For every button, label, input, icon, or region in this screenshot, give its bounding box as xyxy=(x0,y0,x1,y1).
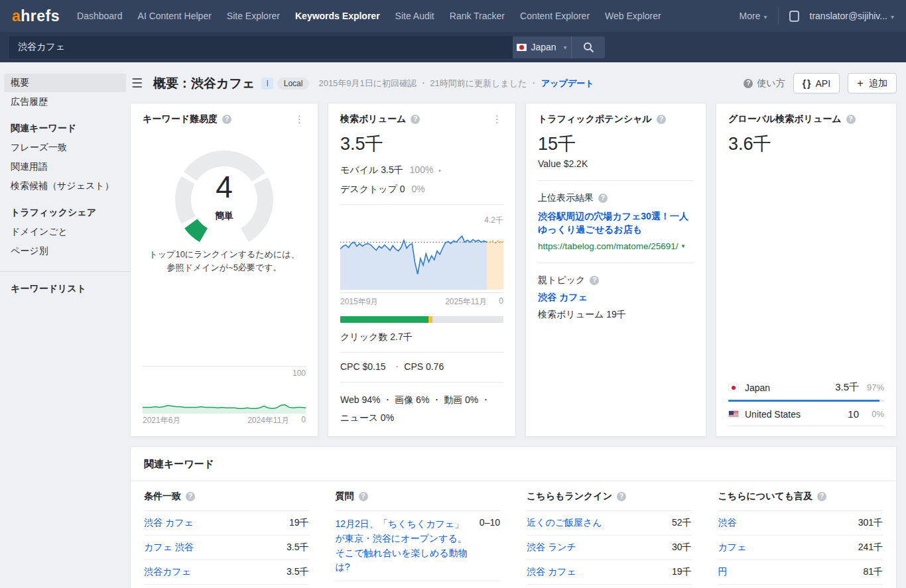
help-icon[interactable]: ? xyxy=(817,492,826,501)
keyword-row: 12月2日、「ちくちくカフェ」が東京・渋谷にオープンする。そこで触れ合いを楽しめ… xyxy=(336,511,501,581)
keyword-link[interactable]: 円 xyxy=(718,566,728,578)
us-flag-icon xyxy=(728,410,739,418)
top-result-link[interactable]: 渋谷駅周辺の穴場カフェ30選！一人ゆっくり過ごせるお店も xyxy=(538,209,694,237)
nav-divider xyxy=(778,7,779,25)
nav-content-explorer[interactable]: Content Explorer xyxy=(520,11,590,21)
device-icon[interactable] xyxy=(789,11,799,22)
search-button[interactable] xyxy=(572,36,605,58)
country-name: United States xyxy=(745,409,801,420)
keyword-volume: 0–10 xyxy=(480,517,500,528)
help-icon[interactable]: ? xyxy=(598,194,608,203)
axis-min-label: 0 xyxy=(301,415,306,426)
keyword-volume: 30千 xyxy=(672,542,692,554)
country-row-united-states: United States 10 0% xyxy=(728,402,884,426)
keyword-difficulty-card: キーワード難易度 ? ⋮ 4 簡単 トップ10にランクインするためには、 参照ド… xyxy=(130,103,318,437)
country-selector[interactable]: Japan ▾ xyxy=(513,36,571,58)
nav-keywords-explorer[interactable]: Keywords Explorer xyxy=(295,11,380,21)
serp-features-row: Web 94% ・ 画像 6% ・ 動画 0% ・ ニュース 0% xyxy=(340,391,503,426)
sidebar-item-by-page[interactable]: ページ別 xyxy=(0,242,130,261)
help-icon[interactable]: ? xyxy=(617,492,626,501)
help-icon[interactable]: ? xyxy=(590,276,599,285)
nav-more-menu[interactable]: More▾ xyxy=(740,11,767,21)
sidebar-item-overview[interactable]: 概要 xyxy=(4,74,126,92)
card-title: キーワード難易度 xyxy=(143,113,218,125)
related-column-having-same-terms: 条件一致? 渋谷 カフェ19千 カフェ 渋谷3.5千 渋谷カフェ3.5千 渋谷 … xyxy=(131,481,322,588)
chevron-down-icon: ▾ xyxy=(682,243,685,249)
help-icon[interactable]: ? xyxy=(846,115,856,124)
keyword-volume: 19千 xyxy=(672,566,692,578)
country-row-japan: Japan 3.5千 97% xyxy=(728,375,884,400)
keyword-row: カフェ 渋谷3.5千 xyxy=(144,536,309,560)
help-icon[interactable]: ? xyxy=(359,492,368,501)
related-keywords-title: 関連キーワード xyxy=(131,447,896,481)
keyword-search-box: Japan ▾ xyxy=(9,36,605,58)
ahrefs-logo[interactable]: ahrefs xyxy=(12,7,60,25)
nav-site-explorer[interactable]: Site Explorer xyxy=(227,11,280,21)
keyword-link[interactable]: 渋谷 カフェ xyxy=(144,517,194,529)
cpc-row: CPC $0.15 ・ CPS 0.76 xyxy=(340,361,503,373)
sidebar-item-ads-history[interactable]: 広告履歴 xyxy=(0,93,130,111)
keyword-link[interactable]: 渋谷 xyxy=(718,517,737,529)
mobile-volume-row: モバイル 3.5千 100% • xyxy=(340,164,503,176)
how-to-use-label: 使い方 xyxy=(757,78,785,89)
keyword-link[interactable]: 12月2日、「ちくちくカフェ」が東京・渋谷にオープンする。そこで触れ合いを楽しめ… xyxy=(336,517,472,575)
japan-flag-icon xyxy=(517,44,527,51)
clicks-share-bar xyxy=(340,316,503,323)
difficulty-history-chart: 100 2021年6月 2024年11月0 xyxy=(143,366,306,426)
nav-dashboard[interactable]: Dashboard xyxy=(77,11,123,21)
parent-topic-link[interactable]: 渋谷 カフェ xyxy=(538,292,694,304)
sidebar-item-phrase-match[interactable]: フレーズ一致 xyxy=(0,139,130,157)
related-column-questions: 質問? 12月2日、「ちくちくカフェ」が東京・渋谷にオープンする。そこで触れ合い… xyxy=(322,481,514,588)
sidebar: 概要 広告履歴 関連キーワード フレーズ一致 関連用語 検索候補（サジェスト） … xyxy=(0,62,130,588)
keyword-link[interactable]: 渋谷カフェ xyxy=(144,566,191,578)
sidebar-item-related-terms[interactable]: 関連用語 xyxy=(0,158,130,176)
how-to-use-link[interactable]: ?使い方 xyxy=(739,78,785,89)
sidebar-section-related-keywords[interactable]: 関連キーワード xyxy=(0,119,130,138)
chevron-down-icon: ▾ xyxy=(564,44,567,51)
nav-ai-content-helper[interactable]: AI Content Helper xyxy=(138,11,212,21)
nav-site-audit[interactable]: Site Audit xyxy=(395,11,434,21)
api-button[interactable]: { }API xyxy=(793,73,840,93)
related-keywords-section: 関連キーワード 条件一致? 渋谷 カフェ19千 カフェ 渋谷3.5千 渋谷カフェ… xyxy=(130,446,897,588)
sidebar-item-keyword-lists[interactable]: キーワードリスト xyxy=(0,280,130,298)
hamburger-menu-icon[interactable]: ☰ xyxy=(131,76,143,91)
help-icon[interactable]: ? xyxy=(186,492,195,501)
axis-max-label: 100 xyxy=(143,369,306,378)
help-icon[interactable]: ? xyxy=(657,115,666,124)
keyword-link[interactable]: カフェ 渋谷 xyxy=(144,542,194,554)
add-button[interactable]: +追加 xyxy=(848,73,897,93)
help-icon[interactable]: ? xyxy=(222,115,231,124)
keyword-link[interactable]: 渋谷 ランチ xyxy=(527,542,576,554)
api-label: API xyxy=(815,78,830,89)
sidebar-section-traffic-share[interactable]: トラフィックシェア xyxy=(0,204,130,222)
sidebar-divider xyxy=(0,271,130,272)
keyword-search-input[interactable] xyxy=(9,36,513,58)
keyword-volume: 52千 xyxy=(672,517,692,529)
global-volume-card: グローバル検索ボリューム ? 3.6千 Japan 3.5千 97% Unite… xyxy=(716,103,897,437)
sidebar-item-suggestions[interactable]: 検索候補（サジェスト） xyxy=(0,177,130,196)
intent-badge: I xyxy=(261,78,273,89)
see-all-link[interactable]: 全て見る 1› xyxy=(336,581,501,588)
nav-rank-tracker[interactable]: Rank Tracker xyxy=(450,11,505,21)
japan-flag-icon xyxy=(728,384,739,391)
chart-max-label: 4.2千 xyxy=(340,215,503,226)
axis-end-label: 2025年11月 xyxy=(445,296,487,308)
keyword-link[interactable]: カフェ xyxy=(718,542,747,554)
keyword-link[interactable]: 渋谷 カフェ xyxy=(527,566,576,578)
kebab-menu-icon[interactable]: ⋮ xyxy=(293,113,306,125)
top-result-url[interactable]: https://tabelog.com/matome/25691/▾ xyxy=(538,241,694,251)
update-link[interactable]: アップデート xyxy=(541,78,594,89)
search-volume-card: 検索ボリューム ? ⋮ 3.5千 モバイル 3.5千 100% • デスクトップ… xyxy=(328,103,516,437)
page-header: ☰ 概要：渋谷カフェ I Local 2015年9月1日に初回確認 ・ 21時間… xyxy=(130,73,897,93)
nav-web-explorer[interactable]: Web Explorer xyxy=(605,11,661,21)
sidebar-item-by-domain[interactable]: ドメインごと xyxy=(0,223,130,241)
metric-cards: キーワード難易度 ? ⋮ 4 簡単 トップ10にランクインするためには、 参照ド… xyxy=(130,103,897,437)
account-menu[interactable]: translator@sijihiv...▾ xyxy=(810,11,894,21)
trend-dot-icon: • xyxy=(438,167,441,174)
difficulty-value: 4 xyxy=(161,169,287,205)
keyword-link[interactable]: 近くのご飯屋さん xyxy=(527,517,602,529)
help-icon[interactable]: ? xyxy=(411,115,420,124)
keyword-volume: 81千 xyxy=(863,566,883,578)
kebab-menu-icon[interactable]: ⋮ xyxy=(491,113,503,125)
axis-min-label: 0 xyxy=(499,296,503,308)
